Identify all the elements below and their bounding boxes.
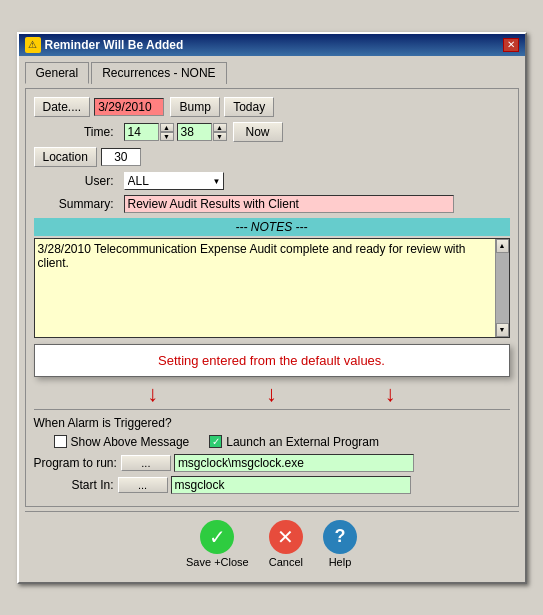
- notes-section: --- NOTES --- 3/28/2010 Telecommunicatio…: [34, 218, 510, 338]
- tab-recurrences[interactable]: Recurrences - NONE: [91, 62, 226, 84]
- time-hour-input[interactable]: [124, 123, 159, 141]
- program-row: Program to run: ...: [34, 454, 510, 472]
- window-title: Reminder Will Be Added: [45, 38, 184, 52]
- launch-program-checkbox[interactable]: ✓: [209, 435, 222, 448]
- checkbox-row: Show Above Message ✓ Launch an External …: [34, 435, 510, 449]
- time-label: Time:: [34, 125, 114, 139]
- title-bar-left: ⚠ Reminder Will Be Added: [25, 37, 184, 53]
- location-row: Location: [34, 147, 510, 167]
- notes-textarea[interactable]: 3/28/2010 Telecommunication Expense Audi…: [35, 239, 495, 337]
- minute-spinner[interactable]: ▲ ▼: [213, 123, 227, 141]
- scroll-up[interactable]: ▲: [496, 239, 509, 253]
- tooltip-text: Setting entered from the default values.: [158, 353, 385, 368]
- hour-spinner[interactable]: ▲ ▼: [160, 123, 174, 141]
- help-icon: ?: [323, 520, 357, 554]
- launch-program-item: ✓ Launch an External Program: [209, 435, 379, 449]
- main-window: ⚠ Reminder Will Be Added ✕ General Recur…: [17, 32, 527, 584]
- show-message-item: Show Above Message: [54, 435, 190, 449]
- minute-up[interactable]: ▲: [213, 123, 227, 132]
- date-button[interactable]: Date....: [34, 97, 91, 117]
- arrow-2: ↓: [266, 383, 277, 405]
- cancel-button[interactable]: ✕ Cancel: [269, 520, 303, 568]
- start-in-row: Start In: ...: [34, 476, 510, 494]
- program-browse-button[interactable]: ...: [121, 455, 171, 471]
- help-button[interactable]: ? Help: [323, 520, 357, 568]
- tab-content-general: Date.... Bump Today Time: ▲ ▼ ▲ ▼: [25, 88, 519, 507]
- show-message-label: Show Above Message: [71, 435, 190, 449]
- close-button[interactable]: ✕: [503, 38, 519, 52]
- notes-header: --- NOTES ---: [34, 218, 510, 236]
- location-button[interactable]: Location: [34, 147, 97, 167]
- hour-down[interactable]: ▼: [160, 132, 174, 141]
- notes-area: 3/28/2010 Telecommunication Expense Audi…: [34, 238, 510, 338]
- tooltip-box: Setting entered from the default values.: [34, 344, 510, 377]
- cancel-icon: ✕: [269, 520, 303, 554]
- time-minute-input[interactable]: [177, 123, 212, 141]
- save-icon: ✓: [200, 520, 234, 554]
- scroll-down[interactable]: ▼: [496, 323, 509, 337]
- show-message-checkbox[interactable]: [54, 435, 67, 448]
- summary-input[interactable]: [124, 195, 454, 213]
- scroll-track: [496, 253, 509, 323]
- arrow-3: ↓: [385, 383, 396, 405]
- summary-label: Summary:: [34, 197, 114, 211]
- user-row: User: ALL: [34, 172, 510, 190]
- window-body: General Recurrences - NONE Date.... Bump…: [19, 56, 525, 582]
- alarm-label: When Alarm is Triggered?: [34, 416, 510, 430]
- bump-button[interactable]: Bump: [170, 97, 220, 117]
- arrow-1: ↓: [147, 383, 158, 405]
- bottom-bar: ✓ Save +Close ✕ Cancel ? Help: [25, 511, 519, 576]
- start-in-label: Start In:: [34, 478, 114, 492]
- date-row: Date.... Bump Today: [34, 97, 510, 117]
- program-input[interactable]: [174, 454, 414, 472]
- user-select[interactable]: ALL: [124, 172, 224, 190]
- save-label: Save +Close: [186, 556, 249, 568]
- time-row: Time: ▲ ▼ ▲ ▼ Now: [34, 122, 510, 142]
- summary-row: Summary:: [34, 195, 510, 213]
- launch-program-label: Launch an External Program: [226, 435, 379, 449]
- title-icon: ⚠: [25, 37, 41, 53]
- tab-bar: General Recurrences - NONE: [25, 62, 519, 84]
- location-input[interactable]: [101, 148, 141, 166]
- help-label: Help: [329, 556, 352, 568]
- start-in-browse-button[interactable]: ...: [118, 477, 168, 493]
- notes-scrollbar[interactable]: ▲ ▼: [495, 239, 509, 337]
- tab-general[interactable]: General: [25, 62, 90, 84]
- program-label: Program to run:: [34, 456, 117, 470]
- hour-up[interactable]: ▲: [160, 123, 174, 132]
- date-input[interactable]: [94, 98, 164, 116]
- minute-down[interactable]: ▼: [213, 132, 227, 141]
- alarm-section: When Alarm is Triggered? Show Above Mess…: [34, 409, 510, 494]
- now-button[interactable]: Now: [233, 122, 283, 142]
- user-label: User:: [34, 174, 114, 188]
- title-bar: ⚠ Reminder Will Be Added ✕: [19, 34, 525, 56]
- save-close-button[interactable]: ✓ Save +Close: [186, 520, 249, 568]
- today-button[interactable]: Today: [224, 97, 274, 117]
- red-arrows: ↓ ↓ ↓: [34, 383, 510, 405]
- start-in-input[interactable]: [171, 476, 411, 494]
- cancel-label: Cancel: [269, 556, 303, 568]
